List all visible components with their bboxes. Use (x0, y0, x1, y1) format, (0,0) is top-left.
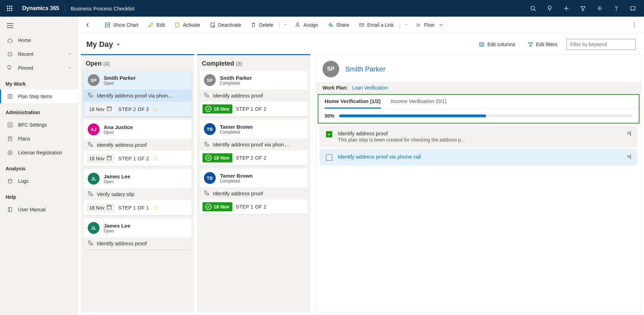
search-icon[interactable] (525, 0, 541, 17)
add-icon[interactable] (558, 0, 575, 17)
svg-point-15 (616, 10, 616, 10)
svg-rect-25 (8, 123, 12, 127)
filter-keyword-input[interactable] (566, 39, 636, 50)
check-circle-icon (205, 155, 212, 161)
settings-icon[interactable] (591, 0, 608, 17)
cmd-deactivate[interactable]: Deactivate (206, 19, 245, 31)
star-icon: ☆ (153, 155, 158, 162)
hamburger-icon[interactable] (0, 18, 78, 33)
star-icon: ☆ (153, 105, 158, 113)
calendar-icon (106, 204, 112, 211)
cmd-more-icon[interactable] (627, 19, 641, 31)
card-date-done: 18 Nov (203, 202, 232, 211)
step-checkbox[interactable] (326, 154, 332, 161)
card-open[interactable]: JL James LeeOpen Identify address proof (84, 219, 191, 249)
card-open[interactable]: SP Smith ParkerOpen Identify address pro… (84, 71, 191, 117)
detail-name[interactable]: Smith Parker (345, 65, 386, 73)
cmd-delete[interactable]: Delete (247, 19, 277, 31)
phone-icon (88, 191, 93, 197)
cmd-email-dropdown[interactable] (402, 22, 410, 28)
check-circle-icon (205, 204, 212, 210)
nav-pinned[interactable]: Pinned (0, 61, 78, 75)
edit-columns-button[interactable]: Edit columns (475, 40, 518, 49)
cmd-delete-dropdown[interactable] (281, 22, 290, 28)
step-checkbox[interactable] (326, 131, 332, 137)
sidebar: Home Recent Pinned My Work Plan Step Ite… (0, 17, 78, 315)
svg-rect-33 (8, 207, 12, 212)
card-completed[interactable]: TB Tamer BrownCompleted Identify address… (200, 120, 308, 165)
app-launcher-icon[interactable] (3, 0, 17, 17)
help-icon[interactable] (608, 0, 625, 17)
database-icon (7, 178, 13, 184)
cmd-share[interactable]: Share (324, 19, 353, 31)
svg-point-39 (297, 23, 299, 25)
card-open[interactable]: AJ Ana JusticeOpen Identify address proo… (84, 120, 191, 166)
nav-label: License Registration (18, 150, 62, 155)
card-completed[interactable]: SP Smith ParkerCompleted Identify addres… (200, 71, 308, 116)
cmd-activate[interactable]: Activate (170, 19, 204, 31)
nav-home[interactable]: Home (0, 33, 78, 47)
card-status: Open (104, 130, 133, 135)
brand-label[interactable]: Dynamics 365 (17, 5, 65, 11)
svg-rect-51 (107, 156, 111, 160)
card-status: Open (104, 179, 130, 184)
view-selector[interactable]: My Day (86, 40, 121, 49)
cmd-edit[interactable]: Edit (144, 19, 169, 31)
phone-icon (204, 92, 209, 99)
assistant-icon[interactable] (625, 0, 641, 17)
nav-planstep[interactable]: Plan Step Items (0, 90, 78, 103)
card-step: STEP 1 OF 2 (118, 156, 149, 161)
cmd-assign[interactable]: Assign (291, 19, 322, 31)
step-desc: This plan step is been created for check… (338, 137, 621, 143)
license-icon (7, 150, 13, 156)
card-avatar: TB (204, 172, 216, 184)
svg-point-0 (7, 6, 8, 7)
detail-panel: SP Smith Parker Work Plan: Loan Verifica… (316, 54, 641, 312)
back-button[interactable] (81, 18, 95, 32)
tab-home-verification[interactable]: Home Verification (1/2) (325, 98, 381, 109)
filter-icon[interactable] (575, 0, 591, 17)
nav-recent[interactable]: Recent (0, 47, 78, 61)
card-completed[interactable]: TB Tamer BrownCompleted Identify address… (200, 169, 308, 214)
nav-label: Recent (18, 51, 33, 57)
svg-point-2 (11, 6, 12, 7)
nav-license[interactable]: License Registration (0, 146, 78, 160)
card-avatar: JL (88, 173, 100, 185)
list-icon (7, 93, 13, 100)
card-name: Tamer Brown (220, 173, 253, 179)
tab-income-verification[interactable]: Income Verification (0/1) (390, 98, 447, 109)
nav-plans[interactable]: Plans (0, 132, 78, 146)
workplan-link[interactable]: Loan Verification (352, 85, 388, 91)
plan-step-item[interactable]: Identify address proof via phone call >| (320, 149, 637, 165)
nav-bpc-settings[interactable]: BPC Settings (0, 118, 78, 132)
expand-icon[interactable]: >| (627, 154, 631, 159)
edit-filters-button[interactable]: Edit filters (524, 40, 561, 49)
global-header: Dynamics 365 Business Process Checklist (0, 0, 644, 17)
divider: | (279, 22, 280, 28)
plan-step-item[interactable]: Identify address proofThis plan step is … (320, 126, 637, 147)
nav-logs[interactable]: Logs (0, 174, 78, 188)
cmd-email-link[interactable]: Email a Link (355, 19, 398, 31)
card-status: Completed (220, 81, 252, 86)
expand-icon[interactable]: >| (627, 130, 631, 136)
cmd-flow[interactable]: Flow (412, 19, 448, 31)
app-name[interactable]: Business Process Checklist (65, 6, 140, 11)
view-header: My Day Edit columns Edit filters (78, 33, 644, 54)
check-circle-icon (205, 106, 212, 112)
nav-manual[interactable]: User Manual (0, 203, 78, 216)
nav-section-mywork: My Work (0, 75, 78, 90)
card-date: 18 Nov (86, 154, 115, 163)
detail-avatar: SP (323, 61, 339, 77)
lightbulb-icon[interactable] (541, 0, 558, 17)
progress-percent: 50% (325, 113, 334, 119)
svg-point-6 (7, 10, 8, 11)
card-open[interactable]: JL James LeeOpen Verify salary slip 18 N… (84, 169, 191, 215)
svg-rect-37 (211, 23, 214, 27)
progress-bar (339, 114, 633, 117)
step-title: Identify address proof (338, 130, 621, 136)
svg-point-9 (531, 6, 535, 10)
svg-point-7 (9, 10, 10, 11)
column-open: Open (4) SP Smith ParkerOpen Identify ad… (81, 54, 194, 312)
cmd-show-chart[interactable]: Show Chart (101, 19, 143, 31)
nav-label: Pinned (18, 65, 33, 71)
